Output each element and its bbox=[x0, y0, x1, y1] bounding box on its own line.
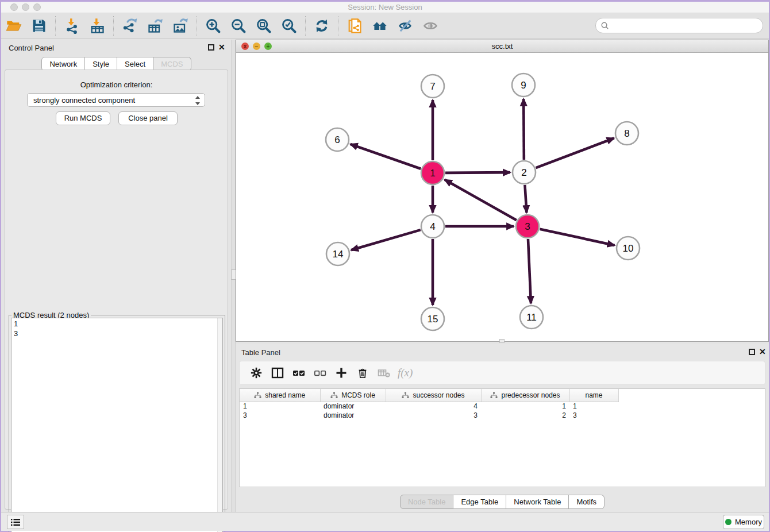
graph-edge-2-9[interactable] bbox=[523, 99, 524, 160]
network-view-window: x − + scc.txt 7968124314101511 bbox=[236, 40, 769, 342]
delete-column-icon[interactable] bbox=[353, 364, 372, 381]
select-all-icon[interactable] bbox=[289, 364, 309, 381]
zoom-out-icon[interactable] bbox=[229, 17, 248, 35]
network-canvas[interactable]: 7968124314101511 bbox=[236, 53, 768, 341]
table-cell[interactable]: 1 bbox=[481, 402, 569, 411]
delete-table-disabled-icon bbox=[374, 364, 394, 381]
table-panel: Table Panel ✕ f(x) shared nameMCDS roles… bbox=[236, 344, 769, 512]
table-cell[interactable]: 3 bbox=[386, 411, 481, 420]
graph-node-label: 7 bbox=[430, 81, 435, 92]
graph-edge-1-2[interactable] bbox=[445, 172, 510, 173]
table-cell[interactable]: dominator bbox=[320, 411, 386, 420]
table-row[interactable]: 1dominator411 bbox=[240, 402, 764, 411]
graph-node-label: 6 bbox=[334, 134, 340, 145]
zoom-fit-icon[interactable] bbox=[255, 17, 273, 35]
graph-edge-3-1[interactable] bbox=[445, 180, 517, 220]
tab-network-table[interactable]: Network Table bbox=[506, 495, 569, 509]
node-table-grid[interactable]: shared nameMCDS rolesuccessor nodesprede… bbox=[240, 389, 764, 420]
add-column-icon[interactable] bbox=[332, 364, 351, 381]
tree-icon bbox=[490, 392, 498, 399]
column-header-MCDS-role[interactable]: MCDS role bbox=[320, 389, 386, 402]
export-network-icon[interactable] bbox=[121, 17, 139, 35]
toggle-column-panel-icon[interactable] bbox=[268, 364, 287, 381]
network-graph[interactable]: 7968124314101511 bbox=[236, 53, 768, 341]
graph-node-label: 3 bbox=[525, 221, 530, 232]
mcds-result-line: 3 bbox=[14, 329, 220, 338]
mcds-result-text[interactable]: 1 3 bbox=[11, 318, 223, 532]
zoom-in-icon[interactable] bbox=[204, 17, 222, 35]
graph-node-label: 9 bbox=[521, 80, 526, 91]
tab-edge-table[interactable]: Edge Table bbox=[453, 495, 506, 509]
graph-edge-4-14[interactable] bbox=[351, 230, 421, 250]
table-cell[interactable]: 4 bbox=[386, 402, 481, 411]
splitter-grip[interactable] bbox=[499, 339, 505, 343]
close-panel-icon[interactable]: ✕ bbox=[759, 347, 766, 356]
run-mcds-button[interactable]: Run MCDS bbox=[56, 111, 110, 125]
scrollbar-track[interactable] bbox=[217, 318, 222, 532]
apply-layout-icon[interactable] bbox=[313, 17, 331, 35]
toolbar-separator bbox=[113, 16, 114, 36]
unselect-all-icon[interactable] bbox=[310, 364, 330, 381]
function-builder-icon: f(x) bbox=[398, 367, 413, 379]
search-box[interactable] bbox=[595, 18, 763, 33]
mcds-result-fieldset: MCDS result (2 nodes) 1 3 bbox=[9, 315, 225, 532]
graph-node-label: 2 bbox=[521, 167, 526, 178]
table-panel-tabs: Node TableEdge TableNetwork TableMotifs bbox=[236, 495, 769, 509]
status-bar: Memory bbox=[1, 512, 769, 531]
graph-edge-2-8[interactable] bbox=[536, 138, 614, 168]
window-title: Session: New Session bbox=[1, 3, 769, 11]
task-history-button[interactable] bbox=[7, 515, 24, 529]
graph-edge-3-11[interactable] bbox=[528, 239, 531, 303]
import-table-icon[interactable] bbox=[88, 17, 106, 35]
open-file-icon[interactable] bbox=[5, 17, 23, 35]
titlebar: Session: New Session bbox=[1, 2, 769, 13]
import-network-icon[interactable] bbox=[63, 17, 81, 35]
graph-node-label: 4 bbox=[430, 221, 435, 232]
table-cell[interactable]: 3 bbox=[569, 411, 618, 420]
optimization-criterion-label: Optimization criterion: bbox=[5, 80, 228, 89]
table-cell[interactable]: 1 bbox=[569, 402, 618, 411]
table-row[interactable]: 3dominator323 bbox=[240, 411, 764, 420]
close-panel-button[interactable]: Close panel bbox=[118, 111, 178, 125]
save-session-icon[interactable] bbox=[30, 17, 48, 35]
mcds-panel: Optimization criterion: strongly connect… bbox=[5, 70, 228, 510]
graph-edge-2-3[interactable] bbox=[525, 185, 526, 213]
float-panel-icon[interactable] bbox=[749, 349, 755, 355]
memory-status-icon bbox=[725, 519, 732, 525]
network-window-titlebar: x − + scc.txt bbox=[236, 40, 768, 53]
table-cell[interactable]: dominator bbox=[320, 402, 386, 411]
clone-network-icon[interactable] bbox=[345, 17, 364, 35]
first-neighbors-icon[interactable] bbox=[371, 17, 389, 35]
table-panel-title: Table Panel bbox=[241, 348, 280, 357]
table-cell[interactable]: 2 bbox=[481, 411, 569, 420]
column-header-name[interactable]: name bbox=[569, 389, 618, 402]
vertical-splitter[interactable] bbox=[232, 40, 236, 514]
float-panel-icon[interactable] bbox=[208, 44, 214, 51]
graph-node-label: 10 bbox=[623, 243, 634, 254]
table-cell[interactable]: 1 bbox=[240, 402, 320, 411]
graph-edge-1-6[interactable] bbox=[351, 144, 421, 169]
table-cell[interactable]: 3 bbox=[240, 411, 320, 420]
tree-icon bbox=[402, 392, 409, 399]
export-image-icon[interactable] bbox=[171, 17, 190, 35]
show-hide-graphic-details-icon[interactable] bbox=[396, 17, 414, 35]
list-icon bbox=[10, 518, 21, 527]
application-window: Session: New Session Control Panel bbox=[0, 0, 770, 532]
column-header-predecessor-nodes[interactable]: predecessor nodes bbox=[481, 389, 569, 402]
optimization-criterion-select[interactable]: strongly connected component bbox=[27, 93, 205, 107]
export-table-icon[interactable] bbox=[146, 17, 164, 35]
search-input[interactable] bbox=[612, 20, 763, 32]
tab-motifs[interactable]: Motifs bbox=[569, 495, 605, 509]
tab-node-table[interactable]: Node Table bbox=[400, 495, 454, 509]
toolbar-separator bbox=[305, 16, 306, 36]
graph-node-label: 11 bbox=[526, 312, 537, 323]
settings-gear-icon[interactable] bbox=[247, 364, 266, 381]
column-header-shared-name[interactable]: shared name bbox=[240, 389, 320, 402]
column-header-successor-nodes[interactable]: successor nodes bbox=[386, 389, 481, 402]
memory-button[interactable]: Memory bbox=[723, 515, 764, 529]
graph-edge-3-10[interactable] bbox=[540, 229, 614, 245]
zoom-selected-icon[interactable] bbox=[280, 17, 298, 35]
control-panel-title: Control Panel bbox=[9, 44, 54, 52]
close-panel-icon[interactable]: ✕ bbox=[218, 43, 225, 52]
tree-icon bbox=[254, 392, 261, 399]
